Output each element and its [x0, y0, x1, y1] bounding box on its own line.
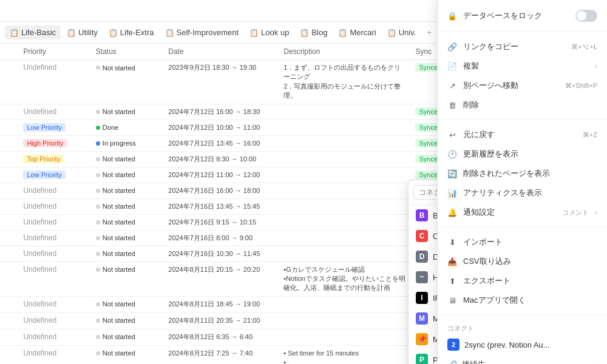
date-value: 2024年8月11日 20:35 → 21:00 [168, 317, 260, 324]
priority-badge: Undefined [23, 186, 56, 195]
row-status-cell: Not started [91, 104, 163, 120]
ctx-connect-more[interactable]: 🔗 接続先 › [438, 355, 607, 364]
row-date-cell: 2024年7月12日 16:00 → 18:30 [163, 104, 279, 120]
tab-blog[interactable]: 📋 Blog [295, 25, 332, 39]
tab-utility[interactable]: 📋 Utility [62, 25, 103, 39]
census-icon: C [416, 230, 428, 242]
description-value: • Set timer for 15 minutes•... [283, 349, 359, 364]
status-dot [96, 302, 100, 306]
import-icon: ⬇ [447, 237, 457, 247]
row-status-cell: Not started [91, 312, 163, 329]
col-header-priority[interactable]: Priority [18, 44, 90, 60]
tab-icon-blog: 📋 [300, 29, 309, 37]
ctx-mac-label: Macアプリで開く [463, 295, 597, 306]
tab-mercari[interactable]: 📋 Mercari [333, 25, 381, 39]
ctx-move-to-page[interactable]: ↗ 別ページへ移動 ⌘+Shift+P [438, 76, 607, 95]
row-description-cell [279, 230, 410, 246]
ctx-export-label: エクスポート [463, 275, 597, 286]
row-description-cell [279, 135, 410, 151]
date-value: 2023年9月2日 18:30 → 19:30 [168, 64, 256, 71]
status-dot [96, 126, 100, 130]
priority-badge: Undefined [23, 349, 56, 357]
row-checkbox-cell [0, 198, 18, 214]
date-value: 2024年7月16日 13:45 → 15:45 [168, 203, 260, 210]
status-badge: Not started [96, 171, 135, 178]
ctx-duplicate[interactable]: 📄 複製 › [438, 56, 607, 76]
connect-more-chevron: › [595, 361, 597, 364]
status-badge: Not started [96, 234, 135, 241]
col-header-status[interactable]: Status [91, 44, 163, 60]
duplicate-chevron: › [595, 62, 597, 70]
row-status-cell: Done [91, 120, 163, 135]
ctx-copy-link[interactable]: 🔗 リンクをコピー ⌘+⌥+L [438, 37, 607, 56]
row-checkbox-cell [0, 246, 18, 261]
tab-label-utility: Utility [78, 28, 98, 37]
history-icon: 🕐 [447, 149, 457, 159]
deleted-pages-icon: 🔄 [447, 169, 457, 178]
ctx-analytics[interactable]: 📊 アナリティクスを表示 [438, 183, 607, 203]
add-tab-button[interactable]: + [422, 25, 436, 40]
tab-icon-univ: 📋 [387, 29, 396, 37]
row-checkbox-cell [0, 60, 18, 104]
hightouch-icon: ~ [416, 271, 428, 283]
status-dot [96, 157, 100, 161]
row-description-cell [279, 167, 410, 183]
row-description-cell: • Set timer for 15 minutes•... [279, 345, 410, 364]
row-checkbox-cell [0, 183, 18, 198]
ctx-import[interactable]: ⬇ インポート [438, 232, 607, 252]
ctx-deleted-pages[interactable]: 🔄 削除されたページを表示 [438, 164, 607, 183]
db-for-make-icon: D [416, 251, 428, 263]
tab-life-extra[interactable]: 📋 Life-Extra [104, 25, 159, 39]
status-badge: Not started [96, 333, 135, 340]
row-description-cell [279, 120, 410, 135]
row-description-cell [279, 312, 410, 329]
col-header-description[interactable]: Description [279, 44, 410, 60]
ctx-2sync[interactable]: 2 2sync (prev. Notion Au... [438, 334, 607, 355]
tab-look-up[interactable]: 📋 Look up [245, 25, 294, 39]
tab-univ[interactable]: 📋 Univ. [382, 25, 421, 39]
tab-self-improvement[interactable]: 📋 Self-Improvement [160, 25, 244, 39]
ctx-notif-label: 通知設定 [463, 207, 556, 218]
row-priority-cell: Undefined [18, 104, 90, 120]
ctx-notifications[interactable]: 🔔 通知設定 コメント › [438, 203, 607, 222]
col-header-date[interactable]: Date [163, 44, 279, 60]
ctx-csv-import[interactable]: 📥 CSV取り込み [438, 252, 607, 271]
ctx-delete[interactable]: 🗑 削除 [438, 95, 607, 115]
row-priority-cell: Undefined [18, 214, 90, 230]
row-priority-cell: Undefined [18, 329, 90, 345]
lock-toggle[interactable] [575, 10, 597, 22]
ctx-open-mac[interactable]: 🖥 Macアプリで開く [438, 291, 607, 310]
date-value: 2024年8月12日 6:35 → 6:40 [168, 333, 253, 340]
row-priority-cell: Undefined [18, 345, 90, 364]
ctx-2sync-label: 2sync (prev. Notion Au... [464, 340, 550, 349]
status-dot [96, 220, 100, 224]
priority-badge: Undefined [23, 218, 56, 226]
row-description-cell [279, 329, 410, 345]
row-status-cell: Not started [91, 198, 163, 214]
duplicate-icon: 📄 [447, 61, 457, 71]
ctx-undo[interactable]: ↩ 元に戻す ⌘+Z [438, 125, 607, 144]
tab-label-univ: Univ. [399, 28, 416, 37]
date-value: 2024年7月16日 8:00 → 9:00 [168, 234, 253, 241]
ctx-update-history[interactable]: 🕐 更新履歴を表示 [438, 144, 607, 164]
date-value: 2024年8月12日 7:25 → 7:40 [168, 349, 253, 357]
row-priority-cell: Undefined [18, 296, 90, 312]
row-priority-cell: Undefined [18, 261, 90, 296]
row-date-cell: 2024年7月12日 13:45 → 16:00 [163, 135, 279, 151]
tab-life-basic[interactable]: 📋 Life-Basic [5, 25, 61, 39]
date-value: 2024年7月12日 8:30 → 10:00 [168, 155, 256, 163]
row-priority-cell: Undefined [18, 230, 90, 246]
status-dot [96, 236, 100, 240]
ctx-delete-label: 削除 [463, 99, 597, 110]
row-date-cell: 2024年7月16日 9:15 → 10:15 [163, 214, 279, 230]
tab-icon-self-improvement: 📋 [165, 29, 174, 37]
ctx-import-label: インポート [463, 237, 597, 248]
row-description-cell [279, 104, 410, 120]
ctx-export[interactable]: ⬆ エクスポート [438, 271, 607, 291]
row-status-cell: Not started [91, 230, 163, 246]
lock-label: データベースをロック [463, 10, 569, 21]
row-checkbox-cell [0, 345, 18, 364]
row-checkbox-cell [0, 104, 18, 120]
status-badge: In progress [96, 140, 136, 147]
date-value: 2024年7月16日 9:15 → 10:15 [168, 218, 256, 226]
